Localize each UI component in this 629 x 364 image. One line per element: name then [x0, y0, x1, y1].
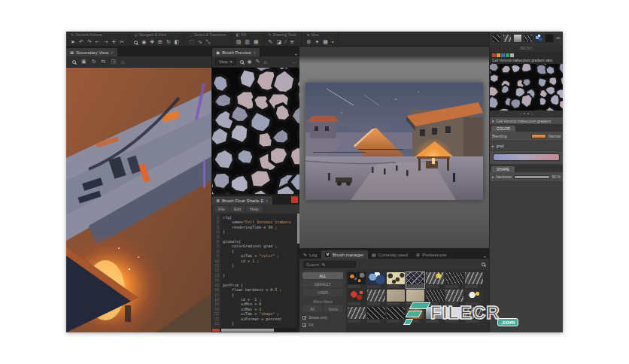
- gradient-bar[interactable]: [493, 153, 560, 161]
- fit-icon[interactable]: ▣: [81, 59, 87, 65]
- filter-all[interactable]: ALL: [302, 272, 343, 279]
- menu-file[interactable]: File: [214, 206, 229, 212]
- hardness-slider[interactable]: [514, 175, 550, 179]
- chevron-down-icon[interactable]: ▾: [266, 199, 268, 203]
- tab-color[interactable]: COLOR: [491, 126, 515, 132]
- rotate-view-icon[interactable]: ↻: [166, 39, 171, 45]
- tab-currently-used[interactable]: ▤Currently used: [368, 250, 412, 259]
- rect-select-icon[interactable]: ⬚: [189, 39, 194, 45]
- filter-checkbox-fill[interactable]: Fill: [302, 323, 343, 327]
- pattern-icon[interactable]: ▦: [254, 39, 259, 45]
- pen-icon[interactable]: ✏: [556, 35, 561, 41]
- brush-thumbnail[interactable]: [367, 290, 385, 305]
- chevron-down-icon[interactable]: ▾: [254, 50, 256, 55]
- search-icon[interactable]: [482, 262, 485, 266]
- gradient-icon[interactable]: ▥: [245, 39, 250, 45]
- home-icon[interactable]: ⌂: [121, 59, 124, 65]
- eraser-icon[interactable]: ◪: [276, 39, 281, 45]
- checkbox-icon[interactable]: [302, 316, 306, 320]
- effects-icon[interactable]: ✦: [314, 39, 319, 45]
- brush-icon[interactable]: ✎: [269, 39, 273, 45]
- tab-brush-preview[interactable]: ◉ Brush Preview ▾: [212, 48, 260, 56]
- code-text[interactable]: cfg{ name="Cell Voronoi trabecu renderin…: [220, 214, 299, 328]
- brush-thumbnail[interactable]: [387, 272, 405, 288]
- cut-icon[interactable]: ✂: [120, 39, 124, 45]
- draw-icon[interactable]: ✎: [256, 59, 260, 65]
- tab-shape[interactable]: SHAPE: [491, 166, 515, 172]
- search-input[interactable]: Search ✎: [303, 261, 356, 268]
- actual-size-icon[interactable]: ◳: [111, 59, 116, 65]
- tab-secondary-view[interactable]: ⊠ Secondary View ▾: [66, 48, 117, 56]
- chevron-right-icon[interactable]: ▸: [492, 174, 494, 179]
- line-icon[interactable]: ∕: [285, 39, 286, 45]
- grad-row[interactable]: ▸ grad: [490, 141, 563, 151]
- brush-pattern-preview[interactable]: [490, 64, 563, 111]
- grid-icon[interactable]: ▦: [323, 39, 328, 45]
- chevron-down-icon[interactable]: ▾: [111, 50, 113, 55]
- tab-preferences[interactable]: ⚙Preferences: [412, 250, 451, 259]
- add-tab-icon[interactable]: +: [480, 254, 489, 259]
- brush-thumbnail[interactable]: [367, 272, 385, 288]
- brush-thumbnail[interactable]: [426, 272, 444, 288]
- brush-settings-collapse[interactable]: ▾ Cell Voronoi trabeculum gradient: [490, 117, 563, 124]
- mirror-view-icon[interactable]: ◧: [175, 39, 180, 45]
- code-editor[interactable]: 1 2 3 4 5 6 7 8 9 10 11 12 13 14 15 16 1…: [212, 214, 299, 328]
- rotate-icon[interactable]: ↻: [92, 59, 96, 65]
- brush-thumbnail[interactable]: [348, 307, 366, 323]
- secondary-view-canvas[interactable]: [66, 68, 211, 332]
- page-dot[interactable]: [527, 113, 529, 114]
- lasso-icon[interactable]: ∿: [198, 39, 202, 45]
- mirror-icon[interactable]: ⇆: [102, 59, 106, 65]
- pointer-icon[interactable]: ➤: [71, 39, 75, 45]
- chevron-right-icon[interactable]: ▸: [492, 144, 494, 148]
- pan-icon[interactable]: ✥: [150, 39, 154, 45]
- add-tab-icon[interactable]: +: [292, 52, 299, 56]
- brush-thumbnail[interactable]: [465, 272, 483, 288]
- view-mode-select[interactable]: View ▾: [215, 58, 236, 65]
- filter-checkbox-shape-only[interactable]: Shape only: [302, 315, 343, 320]
- tab-log[interactable]: ✎Log: [299, 250, 321, 259]
- preview-pagination[interactable]: ‹ ›: [490, 111, 563, 117]
- blending-row[interactable]: Blending Normal: [490, 132, 563, 141]
- undo-icon[interactable]: ↶: [79, 39, 84, 45]
- transform-icon[interactable]: ⤡: [206, 39, 211, 45]
- brush-thumbnail[interactable]: [387, 307, 405, 323]
- redo-icon[interactable]: ↷: [87, 39, 92, 45]
- fit-view-icon[interactable]: ⊞: [158, 39, 163, 45]
- menu-help[interactable]: Help: [246, 206, 262, 212]
- brush-thumbnail[interactable]: [348, 290, 366, 305]
- page-dot[interactable]: [524, 113, 525, 114]
- settings-icon[interactable]: ⚙: [306, 39, 311, 45]
- recent-brush-thumbnail[interactable]: [513, 34, 522, 43]
- zoom-icon[interactable]: [240, 60, 244, 64]
- brush-thumbnail[interactable]: [348, 272, 366, 288]
- brush-preview-viewport[interactable]: [212, 68, 299, 194]
- filter-default[interactable]: DEFAULT: [302, 281, 343, 287]
- fill-icon[interactable]: ▨: [236, 39, 242, 45]
- home-icon[interactable]: ⌂: [264, 59, 267, 65]
- tab-brush-manager[interactable]: VBrush manager: [321, 250, 368, 259]
- move-icon[interactable]: ✛: [111, 39, 116, 45]
- menu-edit[interactable]: Edit: [230, 206, 245, 212]
- zoom-icon[interactable]: [72, 60, 76, 64]
- snap-icon[interactable]: ▪: [332, 39, 333, 45]
- tab-shader-editor[interactable]: ≣ Brush Float Shade E ▾: [212, 196, 272, 205]
- select-none-button[interactable]: None: [324, 305, 343, 312]
- prev-page-icon[interactable]: ‹: [520, 111, 521, 116]
- brush-thumbnail[interactable]: [367, 307, 385, 323]
- select-all-button[interactable]: All: [302, 305, 322, 312]
- orbit-icon[interactable]: ◉: [248, 59, 252, 65]
- code-horizontal-scrollbar[interactable]: [212, 328, 297, 332]
- recent-brush-thumbnail[interactable]: [534, 34, 543, 43]
- orbit-icon[interactable]: ◉: [141, 39, 146, 45]
- main-canvas-area[interactable]: [299, 47, 489, 248]
- blending-swatch[interactable]: [531, 134, 546, 139]
- shader-error-indicator[interactable]: [291, 196, 298, 203]
- brush-thumbnail[interactable]: [445, 272, 463, 288]
- recent-brush-thumbnail[interactable]: [524, 34, 533, 43]
- recent-brush-thumbnail[interactable]: [503, 34, 512, 43]
- recent-brush-thumbnail[interactable]: [492, 34, 501, 43]
- history-forward-icon[interactable]: ⇢: [104, 39, 108, 45]
- next-page-icon[interactable]: ›: [531, 111, 533, 116]
- hardness-row[interactable]: ▸ hardness 50 %: [490, 172, 563, 182]
